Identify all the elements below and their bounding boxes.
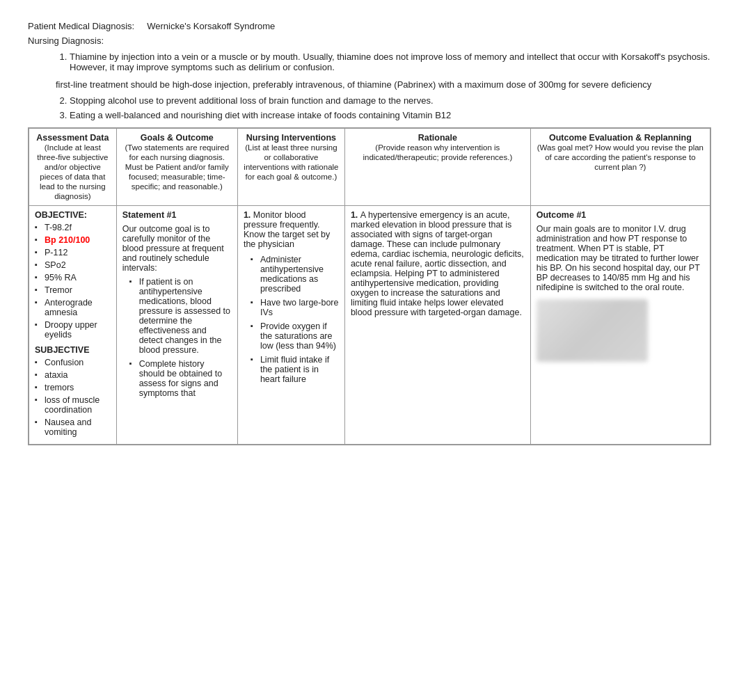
nursing-items-2-3: Stopping alcohol use to prevent addition… xyxy=(70,95,711,120)
nursing-item-1-text: Thiamine by injection into a vein or a m… xyxy=(70,51,710,72)
interventions-cell: 1. Monitor blood pressure frequently. Kn… xyxy=(237,206,344,445)
header-rationale: Rationale (Provide reason why interventi… xyxy=(344,129,530,206)
subjective-item-tremors: tremors xyxy=(35,383,111,392)
objective-item-bp: Bp 210/100 xyxy=(35,235,111,245)
outcome-cell: Outcome #1 Our main goals are to monitor… xyxy=(530,206,710,445)
nursing-diagnosis-label: Nursing Diagnosis: xyxy=(28,35,711,46)
nursing-diagnosis-list: Thiamine by injection into a vein or a m… xyxy=(70,51,711,72)
patient-diagnosis-value: Wernicke's Korsakoff Syndrome xyxy=(147,21,275,31)
header-assessment: Assessment Data (Include at least three-… xyxy=(29,129,117,206)
goals-sub-item-1: If patient is on antihypertensive medica… xyxy=(129,277,232,355)
objective-item-ra: 95% RA xyxy=(35,273,111,283)
header-outcome: Outcome Evaluation & Replanning (Was goa… xyxy=(530,129,710,206)
intervention-item-1: Administer antihypertensive medications … xyxy=(251,255,339,294)
intervention-item-2: Have two large-bore IVs xyxy=(251,298,339,317)
interventions-intro: 1. Monitor blood pressure frequently. Kn… xyxy=(244,210,339,249)
nursing-item-3: Eating a well-balanced and nourishing di… xyxy=(70,110,711,120)
nursing-item-1: Thiamine by injection into a vein or a m… xyxy=(70,51,711,72)
goals-cell: Statement #1 Our outcome goal is to care… xyxy=(116,206,237,445)
objective-list: T-98.2f Bp 210/100 P-112 SPo2 95% RA Tre… xyxy=(35,223,111,340)
header-section: Patient Medical Diagnosis: Wernicke's Ko… xyxy=(28,21,711,46)
interventions-intro-text: Monitor blood pressure frequently. Know … xyxy=(244,210,330,249)
subjective-item-nausea: Nausea and vomiting xyxy=(35,417,111,437)
nursing-item-2: Stopping alcohol use to prevent addition… xyxy=(70,95,711,106)
first-line-text: first-line treatment should be high-dose… xyxy=(56,79,651,90)
rationale-text: 1. A hypertensive emergency is an acute,… xyxy=(351,210,525,317)
rationale-cell: 1. A hypertensive emergency is an acute,… xyxy=(344,206,530,445)
nursing-item-2-text: Stopping alcohol use to prevent addition… xyxy=(70,95,434,106)
header-interventions: Nursing Interventions (List at least thr… xyxy=(237,129,344,206)
subjective-item-ataxia: ataxia xyxy=(35,370,111,380)
objective-item-pulse: P-112 xyxy=(35,248,111,257)
outcome-image xyxy=(537,299,648,362)
goals-main-text: Our outcome goal is to carefully monitor… xyxy=(122,224,232,273)
objective-item-eyelids: Droopy upper eyelids xyxy=(35,320,111,340)
goals-sub-list: If patient is on antihypertensive medica… xyxy=(129,277,232,398)
rationale-body: A hypertensive emergency is an acute, ma… xyxy=(351,210,524,317)
header-goals: Goals & Outcome (Two statements are requ… xyxy=(116,129,237,206)
objective-item-tremor: Tremor xyxy=(35,285,111,295)
nursing-care-table: Assessment Data (Include at least three-… xyxy=(28,127,711,445)
objective-item-spo2: SPo2 xyxy=(35,260,111,270)
objective-label: OBJECTIVE: xyxy=(35,210,111,220)
subjective-list: Confusion ataxia tremors loss of muscle … xyxy=(35,358,111,437)
interventions-list: Administer antihypertensive medications … xyxy=(251,255,339,384)
table-row: OBJECTIVE: T-98.2f Bp 210/100 P-112 SPo2… xyxy=(29,206,710,445)
objective-item-temp: T-98.2f xyxy=(35,223,111,232)
interventions-number: 1. xyxy=(244,210,253,220)
patient-diagnosis: Patient Medical Diagnosis: Wernicke's Ko… xyxy=(28,21,711,31)
first-line-treatment: first-line treatment should be high-dose… xyxy=(56,79,711,90)
objective-item-amnesia: Anterograde amnesia xyxy=(35,298,111,317)
rationale-number: 1. xyxy=(351,210,360,220)
nursing-item-3-text: Eating a well-balanced and nourishing di… xyxy=(70,110,451,120)
assessment-cell: OBJECTIVE: T-98.2f Bp 210/100 P-112 SPo2… xyxy=(29,206,117,445)
outcome-label: Outcome #1 xyxy=(537,210,704,220)
subjective-label: SUBJECTIVE xyxy=(35,345,111,355)
statement-label: Statement #1 xyxy=(122,210,232,220)
subjective-item-confusion: Confusion xyxy=(35,358,111,367)
table-header-row: Assessment Data (Include at least three-… xyxy=(29,129,710,206)
intervention-item-3: Provide oxygen if the saturations are lo… xyxy=(251,321,339,351)
outcome-text: Our main goals are to monitor I.V. drug … xyxy=(537,224,704,292)
intervention-item-4: Limit fluid intake if the patient is in … xyxy=(251,355,339,384)
subjective-item-coordination: loss of muscle coordination xyxy=(35,395,111,415)
patient-diagnosis-label: Patient Medical Diagnosis: xyxy=(28,21,134,31)
goals-sub-item-2: Complete history should be obtained to a… xyxy=(129,359,232,398)
